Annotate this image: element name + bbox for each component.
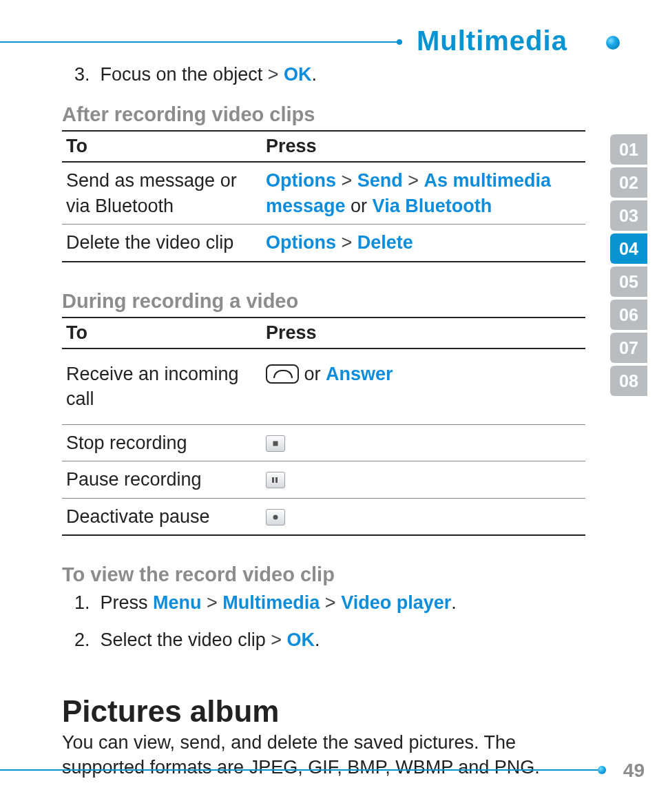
chapter-tab-08[interactable]: 08 — [610, 366, 647, 396]
step-text: Select the video clip — [101, 629, 271, 650]
cell-to: Deactivate pause — [62, 498, 262, 535]
table-row: Send as message or via Bluetooth Options… — [62, 162, 585, 224]
cell-to: Receive an incoming call — [62, 348, 262, 424]
stop-icon — [266, 435, 285, 452]
step-3: 3. Focus on the object > OK. — [62, 62, 585, 87]
page-number: 49 — [623, 760, 645, 782]
options-label: Options — [266, 232, 336, 253]
cell-press: or Answer — [262, 348, 585, 424]
gt-separator: > — [336, 232, 357, 253]
after-recording-table: To Press Send as message or via Bluetoot… — [62, 130, 585, 262]
step-text: Focus on the object — [101, 64, 263, 85]
cell-press — [262, 461, 585, 498]
step-number: 1. — [74, 590, 95, 615]
record-icon — [266, 509, 285, 525]
chapter-tab-02[interactable]: 02 — [610, 167, 647, 198]
answer-label: Answer — [326, 364, 393, 384]
step-text: Press — [101, 592, 154, 613]
gt-separator: > — [271, 629, 286, 650]
chapter-tab-04[interactable]: 04 — [610, 233, 647, 264]
video-player-label: Video player — [341, 592, 451, 613]
cell-press — [262, 424, 585, 461]
page-content: 3. Focus on the object > OK. After recor… — [62, 62, 585, 780]
call-key-icon — [266, 364, 299, 384]
footer-dot-icon — [598, 766, 606, 774]
gt-separator: > — [202, 592, 223, 613]
table-row: Deactivate pause — [62, 498, 585, 535]
pause-icon — [266, 472, 285, 488]
chapter-tab-06[interactable]: 06 — [610, 300, 647, 330]
th-press: Press — [262, 131, 585, 162]
pictures-album-body: You can view, send, and delete the saved… — [62, 730, 585, 780]
during-recording-table: To Press Receive an incoming call or Ans… — [62, 317, 585, 536]
chapter-tab-01[interactable]: 01 — [610, 134, 647, 165]
ok-label: OK — [284, 64, 312, 85]
chapter-tabs: 01 02 03 04 05 06 07 08 — [610, 134, 647, 396]
chapter-tab-03[interactable]: 03 — [610, 200, 647, 231]
step-number: 3. — [74, 62, 95, 87]
step-post: . — [311, 64, 317, 85]
cell-press: Options > Delete — [262, 225, 585, 262]
manual-page: Multimedia 01 02 03 04 05 06 07 08 3. Fo… — [0, 0, 657, 812]
menu-label: Menu — [153, 592, 202, 613]
cell-to: Stop recording — [62, 424, 262, 461]
th-press: Press — [262, 317, 585, 348]
cell-to: Delete the video clip — [62, 225, 262, 262]
gt-separator: > — [268, 64, 279, 85]
th-to: To — [62, 131, 262, 162]
view-clip-heading: To view the record video clip — [62, 563, 585, 586]
table-header-row: To Press — [62, 317, 585, 348]
options-label: Options — [266, 170, 336, 191]
gt-separator: > — [320, 592, 341, 613]
gt-separator: > — [336, 170, 357, 191]
chapter-tab-07[interactable]: 07 — [610, 333, 647, 363]
table-row: Receive an incoming call or Answer — [62, 348, 585, 424]
send-label: Send — [357, 170, 403, 191]
section-header: Multimedia — [417, 25, 567, 56]
cell-press — [262, 498, 585, 535]
cell-press: Options > Send > As multimedia message o… — [262, 162, 585, 224]
table-row: Pause recording — [62, 461, 585, 498]
table-row: Delete the video clip Options > Delete — [62, 225, 585, 262]
multimedia-label: Multimedia — [222, 592, 320, 613]
table-row: Stop recording — [62, 424, 585, 461]
or-text: or — [299, 364, 326, 384]
pictures-album-heading: Pictures album — [62, 694, 585, 729]
cell-to: Pause recording — [62, 461, 262, 498]
delete-label: Delete — [357, 232, 413, 253]
header-dot-big-icon — [606, 36, 620, 50]
step-number: 2. — [74, 627, 95, 652]
step-post: . — [451, 592, 457, 613]
after-recording-heading: After recording video clips — [62, 103, 585, 126]
table-header-row: To Press — [62, 131, 585, 162]
header-dot-small-icon — [397, 39, 402, 45]
or-text: or — [346, 196, 373, 216]
cell-to: Send as message or via Bluetooth — [62, 162, 262, 224]
th-to: To — [62, 317, 262, 348]
during-recording-heading: During recording a video — [62, 290, 585, 313]
via-bluetooth-label: Via Bluetooth — [373, 196, 492, 216]
ok-label: OK — [286, 629, 315, 650]
step-post: . — [315, 629, 320, 650]
footer-rule — [0, 769, 601, 771]
view-step-1: 1. Press Menu > Multimedia > Video playe… — [62, 590, 585, 615]
gt-separator: > — [403, 170, 424, 191]
chapter-tab-05[interactable]: 05 — [610, 267, 647, 297]
header-rule — [0, 41, 399, 43]
view-step-2: 2. Select the video clip > OK. — [62, 627, 585, 652]
